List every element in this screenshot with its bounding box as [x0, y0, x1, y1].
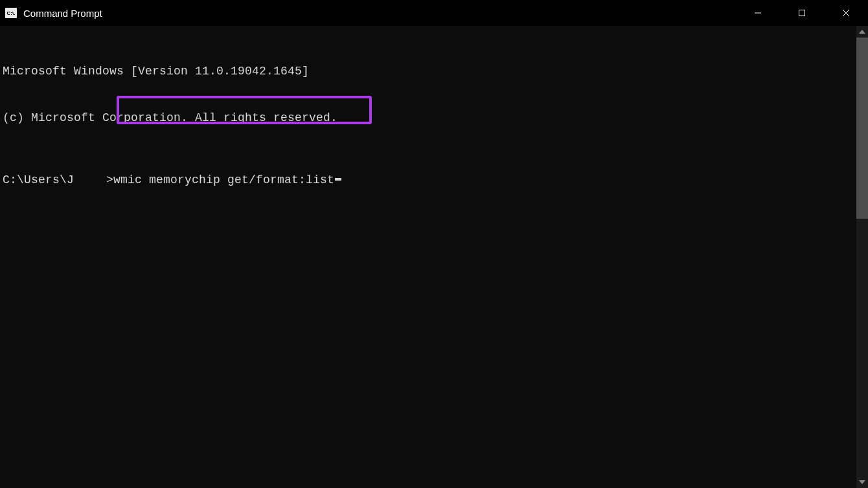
command-input[interactable]: wmic memorychip get/format:list — [113, 172, 334, 188]
svg-rect-1 — [799, 10, 805, 16]
terminal-area[interactable]: Microsoft Windows [Version 11.0.19042.16… — [0, 26, 868, 225]
minimize-button[interactable] — [736, 0, 780, 26]
titlebar-left: C:\. Command Prompt — [5, 8, 102, 19]
cmd-icon: C:\. — [5, 8, 17, 18]
prompt-row: C:\Users\J>wmic memorychip get/format:li… — [3, 172, 865, 188]
close-button[interactable] — [824, 0, 868, 26]
prompt-path: C:\Users\J — [3, 172, 74, 188]
copyright-line: (c) Microsoft Corporation. All rights re… — [3, 110, 865, 126]
version-line: Microsoft Windows [Version 11.0.19042.16… — [3, 63, 865, 79]
titlebar: C:\. Command Prompt — [0, 0, 868, 26]
maximize-button[interactable] — [780, 0, 824, 26]
prompt-arrow: > — [106, 172, 113, 188]
scroll-down-icon[interactable] — [856, 476, 868, 488]
scroll-up-icon[interactable] — [856, 26, 868, 38]
cursor — [335, 178, 341, 181]
window-title: Command Prompt — [23, 8, 102, 19]
scrollbar-thumb[interactable] — [856, 38, 868, 219]
titlebar-controls — [736, 0, 868, 26]
scrollbar[interactable] — [856, 26, 868, 488]
